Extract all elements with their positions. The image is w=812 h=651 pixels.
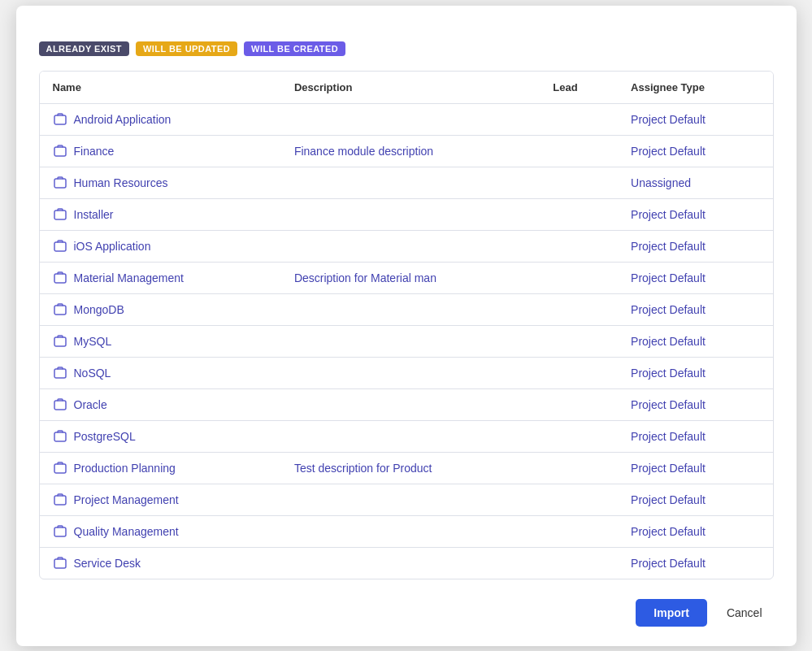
cell-assignee-type: Project Default [618, 103, 772, 135]
svg-rect-9 [54, 401, 66, 410]
table-row: MySQLProject Default [40, 325, 773, 357]
svg-rect-2 [54, 179, 66, 188]
component-icon [53, 493, 67, 507]
svg-rect-8 [54, 369, 66, 378]
svg-rect-5 [54, 274, 66, 283]
component-icon [53, 461, 67, 475]
cell-lead [540, 357, 618, 388]
cell-name: Project Management [40, 484, 281, 515]
component-name: Oracle [74, 398, 107, 411]
cell-name: Human Resources [40, 167, 281, 198]
cell-lead [540, 293, 618, 325]
component-icon [53, 239, 67, 254]
cell-assignee-type: Project Default [618, 293, 772, 325]
table-row: iOS ApplicationProject Default [40, 230, 773, 262]
import-button[interactable]: Import [636, 599, 707, 627]
cancel-button[interactable]: Cancel [715, 599, 774, 627]
badge-already-exist: ALREADY EXIST [39, 41, 130, 56]
table-row: Service DeskProject Default [40, 547, 773, 579]
cell-name: NoSQL [40, 357, 281, 388]
subcomponents-table-wrapper: Name Description Lead Assignee Type Andr… [39, 71, 774, 579]
cell-assignee-type: Project Default [618, 515, 772, 547]
col-assignee-type: Assignee Type [618, 72, 772, 104]
cell-description [281, 515, 540, 547]
col-description: Description [281, 72, 540, 104]
svg-rect-12 [54, 496, 66, 505]
cell-description: Test description for Product [281, 452, 540, 484]
cell-description [281, 167, 540, 198]
cell-name: MySQL [40, 325, 281, 357]
col-name: Name [40, 72, 281, 104]
table-row: FinanceFinance module descriptionProject… [40, 135, 773, 167]
cell-assignee-type: Project Default [618, 357, 772, 388]
cell-description [281, 198, 540, 230]
component-name: MySQL [74, 335, 112, 348]
cell-assignee-type: Project Default [618, 135, 772, 167]
component-name: Material Management [74, 271, 184, 284]
cell-name: Oracle [40, 388, 281, 420]
table-row: NoSQLProject Default [40, 357, 773, 388]
component-name: Android Application [74, 113, 172, 126]
cell-assignee-type: Project Default [618, 452, 772, 484]
component-icon [53, 366, 67, 380]
cell-name: Service Desk [40, 547, 281, 579]
table-row: Quality ManagementProject Default [40, 515, 773, 547]
svg-rect-1 [54, 147, 66, 156]
cell-lead [540, 198, 618, 230]
cell-lead [540, 262, 618, 293]
cell-description [281, 388, 540, 420]
cell-description: Description for Material man [281, 262, 540, 293]
svg-rect-7 [54, 337, 66, 346]
cell-name: Production Planning [40, 452, 281, 484]
cell-name: MongoDB [40, 293, 281, 325]
component-name: MongoDB [74, 303, 124, 316]
cell-lead [540, 230, 618, 262]
svg-rect-6 [54, 306, 66, 315]
cell-assignee-type: Unassigned [618, 167, 772, 198]
table-row: InstallerProject Default [40, 198, 773, 230]
svg-rect-0 [54, 115, 66, 124]
cell-lead [540, 452, 618, 484]
cell-lead [540, 547, 618, 579]
cell-description [281, 484, 540, 515]
component-icon [53, 302, 67, 317]
import-subcomponents-modal: ALREADY EXISTWILL BE UPDATEDWILL BE CREA… [16, 6, 797, 646]
svg-rect-10 [54, 432, 66, 441]
cell-description [281, 547, 540, 579]
component-icon [53, 397, 67, 412]
cell-assignee-type: Project Default [618, 198, 772, 230]
col-lead: Lead [540, 72, 618, 104]
table-row: Human ResourcesUnassigned [40, 167, 773, 198]
cell-lead [540, 388, 618, 420]
cell-description: Finance module description [281, 135, 540, 167]
svg-rect-13 [54, 527, 66, 536]
component-icon [53, 144, 67, 158]
table-row: PostgreSQLProject Default [40, 420, 773, 452]
modal-footer: Import Cancel [39, 599, 774, 627]
component-name: Quality Management [74, 525, 179, 538]
cell-name: Quality Management [40, 515, 281, 547]
component-icon [53, 334, 67, 349]
component-icon [53, 271, 67, 285]
badge-will-be-updated: WILL BE UPDATED [136, 41, 237, 56]
component-name: Service Desk [74, 557, 141, 570]
component-icon [53, 556, 67, 571]
table-row: Android ApplicationProject Default [40, 103, 773, 135]
component-name: NoSQL [74, 367, 111, 380]
component-icon [53, 429, 67, 444]
table-header-row: Name Description Lead Assignee Type [40, 72, 773, 104]
table-row: MongoDBProject Default [40, 293, 773, 325]
cell-assignee-type: Project Default [618, 262, 772, 293]
component-name: Installer [74, 208, 114, 221]
cell-name: Installer [40, 198, 281, 230]
component-name: Finance [74, 145, 115, 158]
cell-lead [540, 420, 618, 452]
table-body: Android ApplicationProject Default Finan… [40, 103, 773, 579]
component-icon [53, 207, 67, 222]
table-row: OracleProject Default [40, 388, 773, 420]
component-name: Project Management [74, 493, 179, 506]
cell-lead [540, 135, 618, 167]
svg-rect-14 [54, 559, 66, 568]
cell-assignee-type: Project Default [618, 547, 772, 579]
cell-name: iOS Application [40, 230, 281, 262]
